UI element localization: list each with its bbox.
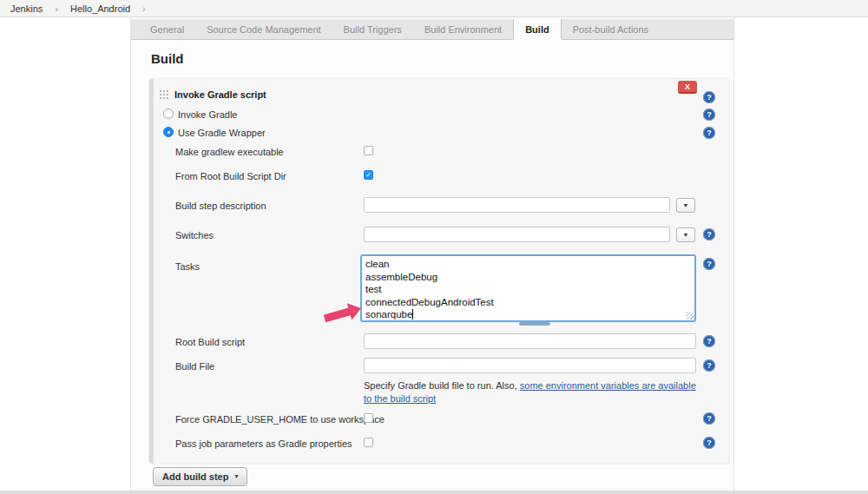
switches-input[interactable] <box>364 227 670 242</box>
make-gradlew-executable-checkbox[interactable] <box>364 146 373 155</box>
build-file-label: Build File <box>175 361 214 372</box>
build-step-title: Invoke Gradle script <box>174 89 266 100</box>
build-file-help-text: Specify Gradle build file to run. Also, … <box>364 379 702 405</box>
tab-build[interactable]: Build <box>513 19 562 39</box>
task-line: test <box>365 283 691 296</box>
task-line: connectedDebugAndroidTest <box>365 296 691 309</box>
add-build-step-button[interactable]: Add build step ▾ <box>153 467 247 486</box>
task-line: clean <box>365 258 691 271</box>
build-step-description-input[interactable] <box>364 197 670 213</box>
tasks-textarea[interactable]: clean assembleDebug test connectedDebugA… <box>360 254 696 322</box>
delete-build-step-button[interactable]: X <box>678 81 697 94</box>
radio-use-gradle-wrapper-label[interactable]: Use Gradle Wrapper <box>178 128 266 138</box>
help-icon[interactable]: ? <box>703 127 715 139</box>
switches-expand-button[interactable]: ▼ <box>676 227 695 242</box>
tab-build-triggers[interactable]: Build Triggers <box>332 19 413 39</box>
footer-strip <box>0 491 868 494</box>
help-icon[interactable]: ? <box>703 258 715 270</box>
root-build-script-label: Root Build script <box>175 337 245 347</box>
build-step-description-label: Build step description <box>175 201 266 211</box>
help-icon[interactable]: ? <box>703 91 715 103</box>
radio-use-gradle-wrapper[interactable] <box>163 127 174 137</box>
tab-build-environment[interactable]: Build Environment <box>413 19 513 39</box>
root-build-script-input[interactable] <box>364 333 696 349</box>
textarea-resize-corner[interactable] <box>686 312 694 319</box>
drag-grip-icon[interactable] <box>159 89 170 100</box>
build-step-drag-handle[interactable] <box>149 79 154 464</box>
config-content-panel: General Source Code Management Build Tri… <box>130 17 734 491</box>
help-icon[interactable]: ? <box>703 228 715 240</box>
radio-invoke-gradle[interactable] <box>163 109 174 119</box>
help-icon[interactable]: ? <box>703 109 715 121</box>
help-icon[interactable]: ? <box>703 412 715 425</box>
chevron-right-icon: › <box>142 3 146 14</box>
tab-post-build-actions[interactable]: Post-build Actions <box>562 19 660 39</box>
config-tab-bar: General Source Code Management Build Tri… <box>131 19 733 40</box>
description-expand-button[interactable]: ▼ <box>676 198 695 213</box>
text-cursor <box>412 309 413 319</box>
help-icon[interactable]: ? <box>703 335 715 347</box>
radio-invoke-gradle-label[interactable]: Invoke Gradle <box>178 109 237 120</box>
make-gradlew-executable-label: Make gradlew executable <box>175 147 284 157</box>
build-step-invoke-gradle: Invoke Gradle script X ? Invoke Gradle ?… <box>148 78 730 464</box>
force-gradle-user-home-label: Force GRADLE_USER_HOME to use workspace <box>175 414 385 425</box>
breadcrumb-item-job[interactable]: Hello_Android <box>70 3 130 14</box>
tasks-label: Tasks <box>175 261 200 272</box>
build-file-input[interactable] <box>364 358 696 373</box>
pass-job-parameters-label: Pass job parameters as Gradle properties <box>175 438 352 449</box>
from-root-build-script-dir-checkbox[interactable]: ✓ <box>364 170 373 180</box>
pass-job-parameters-checkbox[interactable] <box>364 438 373 447</box>
breadcrumb-item-jenkins[interactable]: Jenkins <box>10 3 43 14</box>
breadcrumb: Jenkins › Hello_Android › <box>0 0 868 17</box>
chevron-right-icon: › <box>55 3 58 14</box>
from-root-build-script-dir-label: From Root Build Script Dir <box>175 171 286 181</box>
switches-label: Switches <box>175 230 214 240</box>
chevron-down-icon: ▾ <box>234 468 238 485</box>
task-line: assembleDebug <box>365 271 691 284</box>
tab-source-code-management[interactable]: Source Code Management <box>195 19 332 39</box>
task-line: sonarqube <box>365 308 691 321</box>
help-icon[interactable]: ? <box>703 437 715 449</box>
tab-general[interactable]: General <box>139 19 195 39</box>
page-title: Build <box>151 51 184 66</box>
textarea-resize-grip[interactable] <box>519 322 550 326</box>
help-icon[interactable]: ? <box>703 359 715 372</box>
force-gradle-user-home-checkbox[interactable] <box>364 413 373 423</box>
